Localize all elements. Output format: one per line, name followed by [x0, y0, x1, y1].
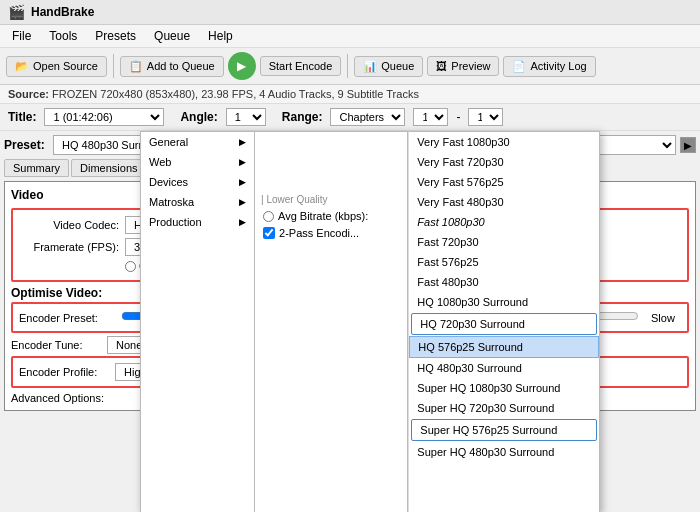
preset-category-column: General ▶ Web ▶ Devices ▶ Matroska ▶ Pro… — [140, 131, 255, 512]
avg-bitrate-label: Avg Bitrate (kbps): — [278, 210, 368, 222]
add-to-queue-button[interactable]: 📋 Add to Queue — [120, 56, 224, 77]
toolbar: 📂 Open Source 📋 Add to Queue ▶ Start Enc… — [0, 48, 700, 85]
range-sep: - — [456, 110, 460, 124]
encoder-preset-label: Encoder Preset: — [19, 312, 109, 324]
arrow-icon: ▶ — [239, 177, 246, 187]
tab-summary[interactable]: Summary — [4, 159, 69, 177]
constant-framerate-radio[interactable] — [125, 261, 136, 272]
preview-button[interactable]: 🖼 Preview — [427, 56, 499, 76]
arrow-icon: ▶ — [239, 197, 246, 207]
open-source-icon: 📂 — [15, 60, 29, 73]
source-info-bar: Source: FROZEN 720x480 (853x480), 23.98 … — [0, 85, 700, 104]
two-pass-checkbox[interactable] — [263, 227, 275, 239]
add-queue-icon: 📋 — [129, 60, 143, 73]
preset-fast-720p30[interactable]: Fast 720p30 — [409, 232, 599, 252]
tab-dimensions[interactable]: Dimensions — [71, 159, 146, 177]
queue-button[interactable]: 📊 Queue — [354, 56, 423, 77]
preset-very-fast-576p25[interactable]: Very Fast 576p25 — [409, 172, 599, 192]
preset-very-fast-1080p30[interactable]: Very Fast 1080p30 — [409, 132, 599, 152]
preset-very-fast-720p30[interactable]: Very Fast 720p30 — [409, 152, 599, 172]
main-content: Preset: HQ 480p30 Surround ▶ Summary Dim… — [0, 131, 700, 512]
range-to-select[interactable]: 17 — [468, 108, 503, 126]
preset-category-production[interactable]: Production ▶ — [141, 212, 254, 232]
menu-help[interactable]: Help — [200, 27, 241, 45]
encoder-profile-label: Encoder Profile: — [19, 366, 109, 378]
activity-log-icon: 📄 — [512, 60, 526, 73]
preset-fast-1080p30[interactable]: Fast 1080p30 — [409, 212, 599, 232]
angle-select[interactable]: 1 — [226, 108, 266, 126]
source-label: Source: — [8, 88, 49, 100]
activity-log-button[interactable]: 📄 Activity Log — [503, 56, 595, 77]
preset-super-hq-480p30-surround[interactable]: Super HQ 480p30 Surround — [409, 442, 599, 462]
start-encode-button[interactable]: ▶ — [228, 52, 256, 80]
open-source-button[interactable]: 📂 Open Source — [6, 56, 107, 77]
source-value: FROZEN 720x480 (853x480), 23.98 FPS, 4 A… — [52, 88, 419, 100]
preset-super-hq-1080p30-surround[interactable]: Super HQ 1080p30 Surround — [409, 378, 599, 398]
angle-label: Angle: — [180, 110, 217, 124]
preset-label: Preset: — [4, 138, 49, 152]
quality-note: | Lower Quality — [255, 192, 407, 207]
separator — [113, 54, 114, 78]
two-pass-label: 2-Pass Encodi... — [279, 227, 359, 239]
avg-bitrate-radio[interactable] — [263, 211, 274, 222]
menu-bar: File Tools Presets Queue Help — [0, 25, 700, 48]
menu-file[interactable]: File — [4, 27, 39, 45]
range-type-select[interactable]: Chapters — [330, 108, 405, 126]
preset-super-hq-720p30-surround[interactable]: Super HQ 720p30 Surround — [409, 398, 599, 418]
queue-icon: 📊 — [363, 60, 377, 73]
menu-queue[interactable]: Queue — [146, 27, 198, 45]
arrow-icon: ▶ — [239, 217, 246, 227]
preset-super-hq-576p25-surround[interactable]: Super HQ 576p25 Surround — [411, 419, 597, 441]
preset-fast-480p30[interactable]: Fast 480p30 — [409, 272, 599, 292]
menu-tools[interactable]: Tools — [41, 27, 85, 45]
preset-fast-576p25[interactable]: Fast 576p25 — [409, 252, 599, 272]
preset-hq-1080p30-surround[interactable]: HQ 1080p30 Surround — [409, 292, 599, 312]
app-title: HandBrake — [31, 5, 94, 19]
advanced-options-label: Advanced Options: — [11, 392, 104, 404]
separator2 — [347, 54, 348, 78]
preset-quality-column: | Lower Quality Avg Bitrate (kbps): 2-Pa… — [255, 131, 408, 512]
preset-category-matroska[interactable]: Matroska ▶ — [141, 192, 254, 212]
arrow-icon: ▶ — [239, 137, 246, 147]
preset-hq-576p25-surround[interactable]: HQ 576p25 Surround — [409, 336, 599, 358]
app-icon: 🎬 — [8, 4, 25, 20]
title-row: Title: 1 (01:42:06) Angle: 1 Range: Chap… — [0, 104, 700, 131]
title-bar: 🎬 HandBrake — [0, 0, 700, 25]
codec-label: Video Codec: — [19, 219, 119, 231]
start-encode-label[interactable]: Start Encode — [260, 56, 342, 76]
preset-expand-button[interactable]: ▶ — [680, 137, 696, 153]
encoder-tune-label: Encoder Tune: — [11, 339, 101, 351]
encoder-preset-value: Slow — [651, 312, 681, 324]
title-label: Title: — [8, 110, 36, 124]
title-select[interactable]: 1 (01:42:06) — [44, 108, 164, 126]
avg-bitrate-row: Avg Bitrate (kbps): — [255, 207, 407, 225]
preset-list-column: Very Fast 1080p30 Very Fast 720p30 Very … — [408, 131, 600, 512]
range-label: Range: — [282, 110, 323, 124]
preview-icon: 🖼 — [436, 60, 447, 72]
arrow-icon: ▶ — [239, 157, 246, 167]
framerate-label: Framerate (FPS): — [19, 241, 119, 253]
preset-category-devices[interactable]: Devices ▶ — [141, 172, 254, 192]
preset-category-web[interactable]: Web ▶ — [141, 152, 254, 172]
range-from-select[interactable]: 1 — [413, 108, 448, 126]
two-pass-row: 2-Pass Encodi... — [255, 225, 407, 241]
preset-very-fast-480p30[interactable]: Very Fast 480p30 — [409, 192, 599, 212]
preset-category-general[interactable]: General ▶ — [141, 132, 254, 152]
menu-presets[interactable]: Presets — [87, 27, 144, 45]
preset-hq-480p30-surround[interactable]: HQ 480p30 Surround — [409, 358, 599, 378]
preset-dropdown: General ▶ Web ▶ Devices ▶ Matroska ▶ Pro… — [140, 131, 600, 512]
preset-hq-720p30-surround[interactable]: HQ 720p30 Surround — [411, 313, 597, 335]
